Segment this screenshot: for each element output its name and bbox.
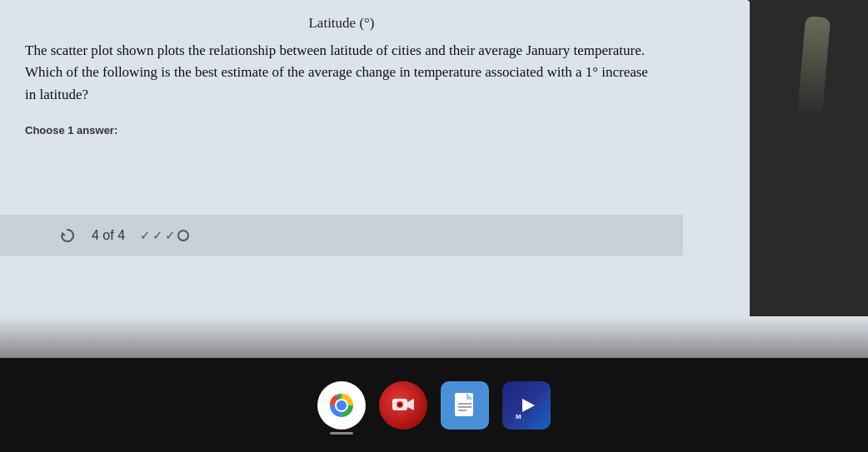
docs-dock-icon[interactable] [441, 381, 489, 430]
question-text: The scatter plot shown plots the relatio… [25, 40, 658, 106]
content-area: Latitude (°) The scatter plot shown plot… [0, 0, 683, 161]
taskbar: M [0, 358, 868, 452]
progress-bar: 4 of 4 ✓ ✓ ✓ [0, 215, 683, 256]
slides-icon-wrapper[interactable]: M [502, 381, 551, 430]
question-body-text: The scatter plot shown plots the relatio… [25, 42, 648, 102]
meet-svg [389, 391, 417, 420]
progress-text: 4 of 4 [92, 228, 125, 243]
chrome-dock-icon[interactable] [317, 381, 366, 430]
refresh-icon[interactable] [58, 226, 77, 245]
check-icons: ✓ ✓ ✓ [140, 228, 189, 243]
svg-rect-8 [455, 393, 473, 416]
choose-label: Choose 1 answer: [25, 124, 658, 137]
chrome-svg [322, 385, 362, 425]
meet-dock-icon[interactable] [379, 381, 427, 430]
check-3: ✓ [165, 228, 176, 243]
check-2: ✓ [152, 228, 163, 243]
slides-svg: M [511, 390, 541, 420]
chrome-underline [330, 432, 353, 435]
right-panel [750, 0, 868, 358]
meet-icon-wrapper[interactable] [379, 381, 427, 430]
bottom-transition [0, 316, 868, 358]
slides-dock-icon[interactable]: M [502, 381, 551, 430]
svg-point-7 [398, 402, 402, 406]
svg-marker-12 [522, 399, 535, 412]
latitude-label: Latitude (°) [25, 15, 658, 32]
svg-text:M: M [516, 413, 521, 420]
docs-icon-wrapper[interactable] [441, 381, 489, 430]
check-1: ✓ [140, 228, 151, 243]
circle-empty [177, 230, 189, 241]
svg-point-3 [337, 400, 347, 410]
docs-svg [450, 390, 480, 420]
light-streak [797, 16, 831, 117]
svg-marker-0 [62, 231, 66, 236]
chrome-icon-wrapper[interactable] [317, 381, 366, 430]
